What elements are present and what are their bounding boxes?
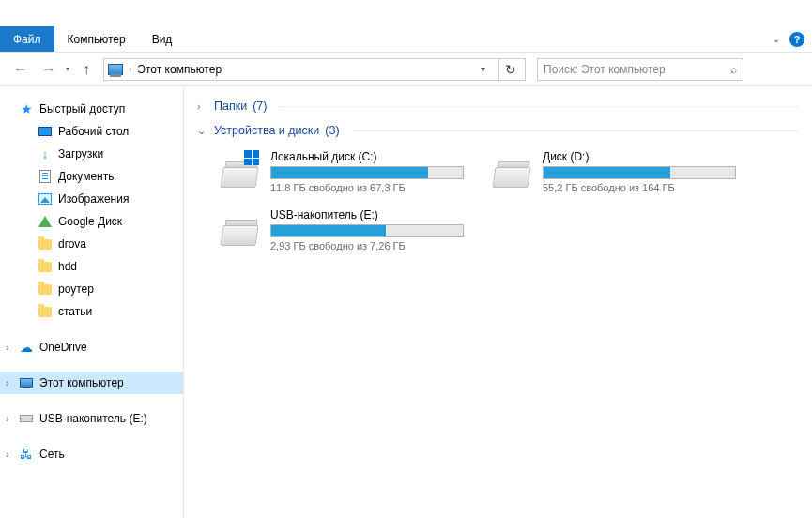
sidebar-item-usb-drive[interactable]: › USB-накопитель (E:) bbox=[0, 407, 183, 430]
sidebar-item-documents[interactable]: Документы bbox=[0, 165, 183, 188]
sidebar-label: Google Диск bbox=[58, 215, 122, 228]
drive-free-space: 11,8 ГБ свободно из 67,3 ГБ bbox=[270, 182, 464, 193]
search-placeholder: Поиск: Этот компьютер bbox=[544, 63, 666, 76]
this-pc-icon bbox=[108, 64, 123, 75]
drive-item[interactable]: Локальный диск (C:)11,8 ГБ свободно из 6… bbox=[220, 150, 464, 193]
nav-history-dropdown[interactable]: ▾ bbox=[66, 65, 69, 73]
sidebar-item-folder-hdd[interactable]: hdd bbox=[0, 255, 183, 278]
capacity-bar-fill bbox=[544, 167, 670, 178]
drive-info: Локальный диск (C:)11,8 ГБ свободно из 6… bbox=[270, 150, 464, 193]
navigation-pane: ★ Быстрый доступ Рабочий стол ↓ Загрузки… bbox=[0, 86, 184, 518]
sidebar-item-downloads[interactable]: ↓ Загрузки bbox=[0, 143, 183, 165]
sidebar-label: Быстрый доступ bbox=[39, 102, 125, 115]
usb-drive-icon bbox=[20, 415, 33, 422]
chevron-right-icon[interactable]: › bbox=[6, 449, 8, 460]
group-count: (3) bbox=[325, 124, 339, 137]
search-icon: ⌕ bbox=[730, 63, 737, 76]
sidebar-item-desktop[interactable]: Рабочий стол bbox=[0, 120, 183, 143]
sidebar-label: Сеть bbox=[39, 448, 65, 461]
group-label: Папки bbox=[214, 99, 247, 113]
sidebar-label: Документы bbox=[58, 170, 116, 183]
cloud-icon: ☁ bbox=[20, 340, 33, 355]
address-dropdown-icon[interactable]: ▾ bbox=[481, 64, 485, 74]
menu-file[interactable]: Файл bbox=[0, 26, 54, 52]
folder-icon bbox=[38, 307, 52, 317]
drive-item[interactable]: USB-накопитель (E:)2,93 ГБ свободно из 7… bbox=[220, 208, 464, 251]
google-drive-icon bbox=[38, 216, 52, 227]
menu-view[interactable]: Вид bbox=[139, 26, 186, 52]
drive-info: USB-накопитель (E:)2,93 ГБ свободно из 7… bbox=[270, 208, 464, 251]
group-count: (7) bbox=[253, 99, 267, 113]
drive-name: Локальный диск (C:) bbox=[270, 150, 464, 163]
sidebar-label: Загрузки bbox=[58, 147, 103, 160]
sidebar-item-quick-access[interactable]: ★ Быстрый доступ bbox=[0, 98, 183, 120]
address-bar[interactable]: › Этот компьютер ▾ ↻ bbox=[103, 58, 526, 81]
sidebar-label: hdd bbox=[58, 260, 77, 273]
star-icon: ★ bbox=[21, 101, 33, 116]
group-label: Устройства и диски bbox=[214, 124, 319, 137]
titlebar bbox=[0, 0, 812, 26]
drive-free-space: 2,93 ГБ свободно из 7,26 ГБ bbox=[270, 240, 464, 251]
folder-icon bbox=[38, 284, 52, 295]
monitor-icon bbox=[20, 378, 33, 388]
folder-icon bbox=[38, 239, 52, 250]
sidebar-item-folder-drova[interactable]: drova bbox=[0, 233, 183, 255]
ribbon-tabs: Файл Компьютер Вид ⌄ ? bbox=[0, 26, 812, 53]
sidebar-item-this-pc[interactable]: › Этот компьютер bbox=[0, 372, 183, 394]
sidebar-label: Изображения bbox=[58, 192, 129, 206]
group-header-folders[interactable]: › Папки (7) bbox=[197, 94, 799, 118]
refresh-button[interactable]: ↻ bbox=[498, 58, 521, 81]
chevron-right-icon[interactable]: › bbox=[6, 414, 8, 424]
nav-toolbar: ← → ▾ ↑ › Этот компьютер ▾ ↻ Поиск: Этот… bbox=[0, 53, 812, 86]
drive-info: Диск (D:)55,2 ГБ свободно из 164 ГБ bbox=[543, 150, 736, 193]
help-icon[interactable]: ? bbox=[789, 32, 804, 47]
address-text: Этот компьютер bbox=[137, 63, 475, 76]
hard-drive-icon bbox=[492, 150, 533, 191]
sidebar-item-pictures[interactable]: Изображения bbox=[0, 188, 183, 210]
chevron-right-icon: › bbox=[129, 64, 131, 74]
sidebar-label: Этот компьютер bbox=[39, 376, 124, 389]
sidebar-label: drova bbox=[58, 237, 86, 251]
windows-logo-icon bbox=[244, 150, 259, 165]
chevron-right-icon[interactable]: › bbox=[6, 343, 8, 353]
downloads-icon: ↓ bbox=[42, 146, 49, 161]
sidebar-item-gdrive[interactable]: Google Диск bbox=[0, 210, 183, 233]
drive-name: USB-накопитель (E:) bbox=[270, 208, 464, 221]
chevron-right-icon: › bbox=[197, 100, 208, 112]
content-pane: › Папки (7) ⌄ Устройства и диски (3) Лок… bbox=[184, 86, 812, 518]
sidebar-item-network[interactable]: › 🖧 Сеть bbox=[0, 443, 183, 465]
drive-item[interactable]: Диск (D:)55,2 ГБ свободно из 164 ГБ bbox=[492, 150, 736, 193]
sidebar-item-onedrive[interactable]: › ☁ OneDrive bbox=[0, 336, 183, 358]
sidebar-label: USB-накопитель (E:) bbox=[39, 412, 147, 425]
sidebar-item-folder-router[interactable]: роутер bbox=[0, 278, 183, 300]
sidebar-label: Рабочий стол bbox=[58, 125, 129, 138]
explorer-window: Файл Компьютер Вид ⌄ ? ← → ▾ ↑ › Этот ко… bbox=[0, 0, 812, 518]
ribbon-expand-icon[interactable]: ⌄ bbox=[773, 34, 780, 44]
search-input[interactable]: Поиск: Этот компьютер ⌕ bbox=[537, 58, 743, 81]
group-separator bbox=[353, 130, 799, 131]
sidebar-label: статьи bbox=[58, 305, 92, 318]
body-area: ★ Быстрый доступ Рабочий стол ↓ Загрузки… bbox=[0, 86, 812, 518]
sidebar-label: OneDrive bbox=[39, 341, 87, 354]
drive-name: Диск (D:) bbox=[543, 150, 736, 163]
sidebar-label: роутер bbox=[58, 282, 94, 296]
pictures-icon bbox=[38, 193, 52, 205]
hard-drive-icon bbox=[220, 208, 261, 250]
sidebar-item-folder-articles[interactable]: статьи bbox=[0, 300, 183, 323]
chevron-down-icon: ⌄ bbox=[197, 125, 208, 137]
capacity-bar bbox=[270, 224, 464, 237]
desktop-icon bbox=[38, 127, 52, 136]
capacity-bar-fill bbox=[271, 225, 386, 236]
menu-computer[interactable]: Компьютер bbox=[54, 26, 139, 52]
documents-icon bbox=[39, 170, 51, 183]
nav-back-button[interactable]: ← bbox=[9, 58, 32, 81]
group-header-devices[interactable]: ⌄ Устройства и диски (3) bbox=[197, 118, 799, 143]
drives-grid: Локальный диск (C:)11,8 ГБ свободно из 6… bbox=[197, 143, 799, 259]
folder-icon bbox=[38, 262, 52, 272]
chevron-right-icon[interactable]: › bbox=[6, 378, 8, 388]
capacity-bar-fill bbox=[271, 167, 428, 178]
nav-forward-button[interactable]: → bbox=[38, 58, 60, 81]
network-icon: 🖧 bbox=[20, 447, 33, 462]
drive-free-space: 55,2 ГБ свободно из 164 ГБ bbox=[543, 182, 736, 193]
nav-up-button[interactable]: ↑ bbox=[75, 58, 98, 81]
